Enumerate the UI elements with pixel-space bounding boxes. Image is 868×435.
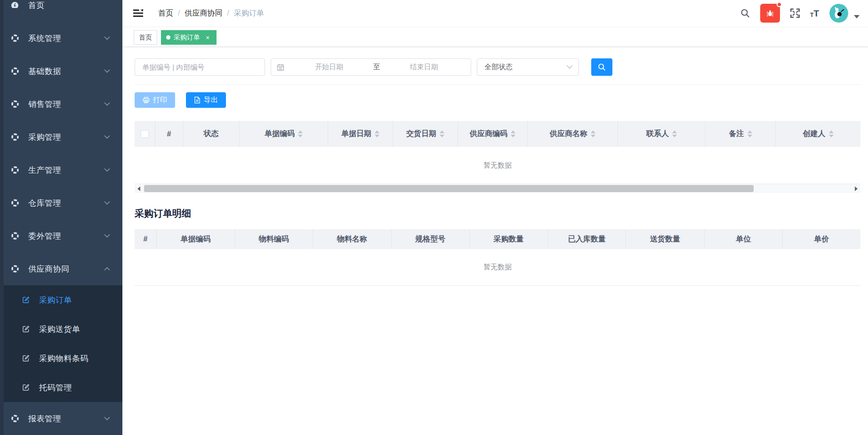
column-header-doc-date[interactable]: 单据日期 <box>328 121 393 147</box>
component-icon <box>11 34 19 42</box>
sort-carets-icon[interactable] <box>440 130 444 137</box>
avatar[interactable] <box>829 4 848 23</box>
sidebar-item-label: 采购物料条码 <box>39 353 122 364</box>
column-header-status: 状态 <box>183 121 240 147</box>
chevron-down-icon <box>104 168 110 172</box>
search-button[interactable] <box>591 58 612 76</box>
sort-carets-icon[interactable] <box>591 130 595 137</box>
keyword-search-input[interactable] <box>135 58 265 76</box>
column-header-stocked-qty: 已入库数量 <box>548 229 626 249</box>
sidebar-scrollbar[interactable] <box>0 0 4 435</box>
sidebar-item-label: 仓库管理 <box>28 198 104 209</box>
chevron-up-icon <box>104 267 110 271</box>
sort-carets-icon[interactable] <box>747 130 752 137</box>
tag-close-icon[interactable]: × <box>204 34 211 41</box>
column-header-supplier-name[interactable]: 供应商名称 <box>528 121 618 147</box>
sidebar-item-label: 托码管理 <box>39 382 122 393</box>
sort-carets-icon[interactable] <box>298 130 303 137</box>
sidebar-item-outsourcing[interactable]: 委外管理 <box>0 219 122 252</box>
component-icon <box>11 166 19 174</box>
breadcrumb-separator: / <box>178 9 180 17</box>
printer-icon <box>143 97 150 104</box>
sidebar-item-label: 基础数据 <box>28 66 104 77</box>
sidebar-item-purchase[interactable]: 采购管理 <box>0 121 122 153</box>
column-header-purchase-qty: 采购数量 <box>470 229 548 249</box>
sidebar-item-system[interactable]: 系统管理 <box>0 22 122 55</box>
sidebar-item-label: 供应商协同 <box>28 264 104 274</box>
status-select-value: 全部状态 <box>484 63 566 72</box>
sidebar-item-label: 采购送货单 <box>39 324 122 335</box>
sidebar-item-basedata[interactable]: 基础数据 <box>0 55 122 88</box>
sort-carets-icon[interactable] <box>672 130 677 137</box>
column-header-remark[interactable]: 备注 <box>706 121 776 147</box>
dashboard-icon <box>11 1 19 9</box>
sidebar-item-label: 生产管理 <box>28 165 104 176</box>
user-menu[interactable] <box>829 4 860 23</box>
scroll-left-arrow[interactable] <box>135 184 143 193</box>
select-all-checkbox[interactable] <box>141 130 149 138</box>
horizontal-scrollbar <box>135 184 860 193</box>
sidebar-item-sales[interactable]: 销售管理 <box>0 88 122 121</box>
column-header-material-code: 物料编码 <box>235 229 313 249</box>
date-range-picker[interactable]: 开始日期 至 结束日期 <box>271 58 471 76</box>
scrollbar-track[interactable] <box>143 184 852 193</box>
sidebar-item-supplier-collab[interactable]: 供应商协同 <box>0 252 122 285</box>
caret-down-icon[interactable] <box>854 15 860 18</box>
sidebar-item-production[interactable]: 生产管理 <box>0 153 122 186</box>
column-header-doc-code[interactable]: 单据编码 <box>240 121 328 147</box>
sidebar-item-home[interactable]: 首页 <box>0 0 122 22</box>
search-icon[interactable] <box>740 8 750 18</box>
sidebar-item-purchase-barcode[interactable]: 采购物料条码 <box>0 344 122 373</box>
detail-empty-state: 暂无数据 <box>135 249 860 286</box>
sidebar-item-warehouse[interactable]: 仓库管理 <box>0 186 122 219</box>
tag-label: 采购订单 <box>174 33 200 42</box>
column-header-supplier-code[interactable]: 供应商编码 <box>458 121 528 147</box>
component-icon <box>11 265 19 273</box>
calendar-icon <box>277 64 284 71</box>
orders-empty-state: 暂无数据 <box>135 147 860 184</box>
sidebar-item-reports[interactable]: 报表管理 <box>0 402 122 435</box>
chevron-down-icon <box>104 36 110 40</box>
sidebar-item-label: 采购订单 <box>39 295 122 306</box>
font-size-icon[interactable]: TT <box>810 9 819 18</box>
tag-label: 首页 <box>139 33 152 42</box>
detail-table-header: # 单据编码 物料编码 物料名称 规格型号 采购数量 已入库数量 送货数量 单位… <box>135 229 860 249</box>
scroll-right-arrow[interactable] <box>852 184 860 193</box>
chevron-down-icon <box>104 69 110 73</box>
component-icon <box>11 232 19 240</box>
status-select[interactable]: 全部状态 <box>477 58 579 76</box>
column-header-delivery-date[interactable]: 交货日期 <box>393 121 458 147</box>
start-date-input[interactable]: 开始日期 <box>288 63 370 72</box>
column-header-spec-model: 规格型号 <box>392 229 470 249</box>
end-date-input[interactable]: 结束日期 <box>383 63 466 72</box>
tag-home[interactable]: 首页 <box>134 30 157 45</box>
scrollbar-thumb[interactable] <box>144 185 754 192</box>
sidebar-collapse-icon[interactable] <box>131 7 145 19</box>
top-navbar: 首页 / 供应商协同 / 采购订单 <box>122 0 868 26</box>
fullscreen-icon[interactable] <box>790 8 800 18</box>
sort-carets-icon[interactable] <box>511 130 515 137</box>
sidebar-item-pallet-code[interactable]: 托码管理 <box>0 373 122 402</box>
breadcrumb-home[interactable]: 首页 <box>158 8 173 18</box>
font-size-small-letter: T <box>810 12 813 18</box>
sort-carets-icon[interactable] <box>375 130 379 137</box>
bug-report-button[interactable] <box>760 4 780 23</box>
column-header-index: # <box>135 229 157 249</box>
column-header-doc-code: 单据编码 <box>157 229 235 249</box>
sort-carets-icon[interactable] <box>829 130 834 137</box>
sidebar-item-purchase-delivery[interactable]: 采购送货单 <box>0 314 122 344</box>
sidebar-item-label: 系统管理 <box>28 33 104 44</box>
sidebar-item-purchase-order[interactable]: 采购订单 <box>0 285 122 314</box>
column-header-creator[interactable]: 创建人 <box>776 121 860 147</box>
tags-view-bar: 首页 采购订单 × <box>122 26 868 47</box>
edit-icon <box>22 384 30 392</box>
edit-icon <box>22 296 30 304</box>
export-button[interactable]: 导出 <box>186 92 226 108</box>
sidebar-item-label: 首页 <box>28 0 110 11</box>
navbar-actions: TT <box>740 4 860 23</box>
notification-dot <box>777 2 782 7</box>
column-header-contact[interactable]: 联系人 <box>618 121 706 147</box>
breadcrumb-supplier-collab[interactable]: 供应商协同 <box>185 8 222 18</box>
print-button[interactable]: 打印 <box>135 92 175 108</box>
tag-purchase-order[interactable]: 采购订单 × <box>161 30 217 45</box>
